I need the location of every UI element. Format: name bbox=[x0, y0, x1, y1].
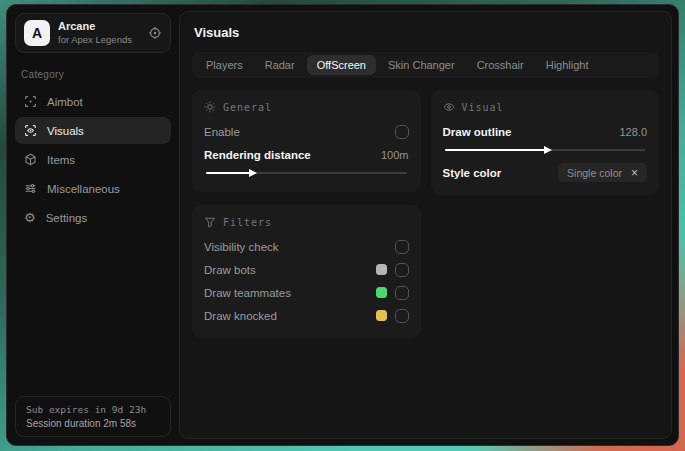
sidebar-header: A Arcane for Apex Legends bbox=[15, 13, 171, 53]
general-card-header: General bbox=[204, 101, 409, 113]
tab-offscreen[interactable]: OffScreen bbox=[307, 55, 376, 75]
enable-row: Enable bbox=[204, 120, 409, 143]
sidebar-item-label: Aimbot bbox=[47, 96, 83, 108]
scan-eye-icon bbox=[24, 124, 37, 137]
style-color-selected-value: Single color bbox=[567, 167, 622, 179]
style-color-select[interactable]: Single color × bbox=[558, 163, 647, 182]
draw-teammates-row: Draw teammates bbox=[204, 281, 409, 304]
sidebar-item-label: Settings bbox=[46, 212, 88, 224]
category-label: Category bbox=[21, 69, 165, 80]
page-title: Visuals bbox=[194, 25, 659, 40]
visual-card: Visual Draw outline 128.0 Style color bbox=[431, 90, 660, 195]
filters-card: Filters Visibility check Draw bots Draw … bbox=[192, 205, 421, 338]
sidebar-item-visuals[interactable]: Visuals bbox=[15, 117, 171, 144]
subscription-info-box: Sub expires in 9d 23h Session duration 2… bbox=[15, 396, 171, 437]
visibility-check-row: Visibility check bbox=[204, 235, 409, 258]
crosshair-icon bbox=[24, 95, 37, 108]
style-color-row: Style color Single color × bbox=[443, 161, 648, 184]
rendering-distance-value: 100m bbox=[381, 149, 409, 161]
main-panel: Visuals Players Radar OffScreen Skin Cha… bbox=[179, 11, 672, 439]
visibility-check-checkbox[interactable] bbox=[395, 240, 409, 254]
filters-card-title: Filters bbox=[223, 217, 272, 228]
draw-knocked-color-swatch[interactable] bbox=[376, 310, 387, 321]
draw-bots-label: Draw bots bbox=[204, 264, 256, 276]
tab-crosshair[interactable]: Crosshair bbox=[467, 55, 534, 75]
session-duration-text: Session duration 2m 58s bbox=[26, 418, 160, 429]
general-card-title: General bbox=[223, 102, 272, 113]
eye-icon bbox=[443, 101, 455, 113]
sidebar-item-settings[interactable]: ⚙ Settings bbox=[15, 204, 171, 231]
tab-highlight[interactable]: Highlight bbox=[536, 55, 599, 75]
visuals-tabbar: Players Radar OffScreen Skin Changer Cro… bbox=[192, 52, 659, 78]
sidebar: A Arcane for Apex Legends Category bbox=[7, 5, 179, 445]
tab-radar[interactable]: Radar bbox=[255, 55, 305, 75]
draw-bots-row: Draw bots bbox=[204, 258, 409, 281]
sub-expires-text: Sub expires in 9d 23h bbox=[26, 404, 160, 415]
game-background: A Arcane for Apex Legends Category bbox=[0, 0, 685, 451]
cheat-menu-window: A Arcane for Apex Legends Category bbox=[6, 4, 679, 446]
sidebar-item-aimbot[interactable]: Aimbot bbox=[15, 88, 171, 115]
sidebar-item-label: Items bbox=[47, 154, 75, 166]
draw-teammates-checkbox[interactable] bbox=[395, 286, 409, 300]
app-subtitle: for Apex Legends bbox=[58, 34, 132, 46]
target-icon[interactable] bbox=[148, 26, 162, 40]
draw-outline-value: 128.0 bbox=[619, 126, 647, 138]
visual-card-title: Visual bbox=[462, 102, 504, 113]
sliders-icon bbox=[24, 182, 37, 195]
app-logo: A bbox=[24, 20, 50, 46]
slider-fill-thumb[interactable] bbox=[445, 149, 545, 151]
sidebar-nav: Aimbot Visuals bbox=[15, 88, 171, 231]
filters-card-header: Filters bbox=[204, 216, 409, 228]
sidebar-item-miscellaneous[interactable]: Miscellaneous bbox=[15, 175, 171, 202]
funnel-icon bbox=[204, 216, 216, 228]
sidebar-item-label: Miscellaneous bbox=[47, 183, 120, 195]
draw-outline-slider[interactable] bbox=[445, 144, 646, 156]
draw-outline-row: Draw outline 128.0 bbox=[443, 120, 648, 143]
draw-outline-label: Draw outline bbox=[443, 126, 512, 138]
slider-track[interactable] bbox=[206, 172, 407, 174]
enable-checkbox[interactable] bbox=[395, 125, 409, 139]
app-titles: Arcane for Apex Legends bbox=[58, 20, 132, 46]
visibility-check-label: Visibility check bbox=[204, 241, 279, 253]
draw-teammates-label: Draw teammates bbox=[204, 287, 291, 299]
sun-icon bbox=[204, 101, 216, 113]
general-card: General Enable Rendering distance 100m bbox=[192, 90, 421, 192]
draw-bots-checkbox[interactable] bbox=[395, 263, 409, 277]
draw-knocked-row: Draw knocked bbox=[204, 304, 409, 327]
sidebar-item-items[interactable]: Items bbox=[15, 146, 171, 173]
draw-bots-color-swatch[interactable] bbox=[376, 264, 387, 275]
rendering-distance-slider[interactable] bbox=[206, 167, 407, 179]
draw-knocked-label: Draw knocked bbox=[204, 310, 277, 322]
sidebar-item-label: Visuals bbox=[47, 125, 84, 137]
box-icon bbox=[24, 153, 37, 166]
draw-knocked-checkbox[interactable] bbox=[395, 309, 409, 323]
offscreen-content: General Enable Rendering distance 100m bbox=[192, 90, 659, 338]
close-icon[interactable]: × bbox=[631, 167, 638, 179]
rendering-distance-row: Rendering distance 100m bbox=[204, 143, 409, 166]
rendering-distance-label: Rendering distance bbox=[204, 149, 311, 161]
slider-track[interactable] bbox=[445, 149, 646, 151]
tab-players[interactable]: Players bbox=[196, 55, 253, 75]
app-name: Arcane bbox=[58, 20, 132, 34]
tab-skin-changer[interactable]: Skin Changer bbox=[378, 55, 465, 75]
draw-teammates-color-swatch[interactable] bbox=[376, 287, 387, 298]
style-color-label: Style color bbox=[443, 167, 502, 179]
gear-icon: ⚙ bbox=[24, 211, 36, 224]
visual-card-header: Visual bbox=[443, 101, 648, 113]
slider-fill-thumb[interactable] bbox=[206, 172, 250, 174]
enable-label: Enable bbox=[204, 126, 240, 138]
